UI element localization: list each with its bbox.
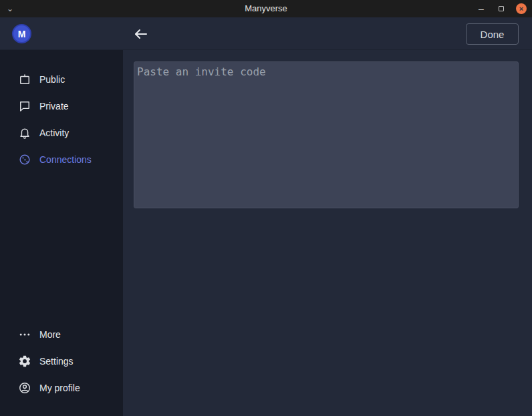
manyverse-logo: M — [12, 24, 31, 43]
profile-icon — [18, 381, 31, 395]
invite-code-input[interactable] — [134, 61, 519, 208]
back-button[interactable] — [133, 26, 149, 42]
close-button[interactable]: × — [516, 3, 527, 14]
logo-letter: M — [18, 29, 26, 39]
sidebar-item-settings[interactable]: Settings — [0, 348, 123, 375]
sidebar-item-my-profile[interactable]: My profile — [0, 375, 123, 401]
gear-icon — [18, 355, 31, 368]
sidebar-item-label: Settings — [39, 356, 74, 367]
app-header: M Done — [0, 17, 532, 50]
sidebar-item-label: Public — [39, 74, 65, 85]
done-button[interactable]: Done — [466, 23, 519, 45]
sidebar-item-label: Private — [39, 101, 69, 112]
back-arrow-icon — [133, 26, 149, 42]
sidebar-item-private[interactable]: Private — [0, 93, 123, 120]
app-body: Public Private Activity — [0, 50, 532, 416]
dots-icon — [18, 328, 31, 341]
sidebar-item-label: Activity — [39, 128, 69, 138]
sidebar-item-label: More — [39, 329, 61, 340]
minimize-button[interactable]: – — [476, 3, 487, 14]
titlebar: ⌄ Manyverse – × — [0, 0, 532, 17]
bulletin-board-icon — [18, 73, 31, 86]
manyverse-window: ⌄ Manyverse – × M Done — [0, 0, 532, 416]
sidebar-item-public[interactable]: Public — [0, 66, 123, 93]
sidebar-item-label: Connections — [39, 154, 92, 165]
maximize-icon — [499, 6, 504, 11]
sidebar-item-label: My profile — [39, 383, 80, 393]
window-title: Manyverse — [0, 0, 532, 17]
sidebar-item-connections[interactable]: Connections — [0, 146, 123, 173]
sidebar-item-activity[interactable]: Activity — [0, 120, 123, 146]
message-icon — [18, 99, 31, 113]
sidebar: Public Private Activity — [0, 50, 123, 416]
sidebar-item-more[interactable]: More — [0, 321, 123, 348]
main-content — [123, 50, 532, 416]
maximize-button[interactable] — [496, 3, 507, 14]
window-controls: – × — [476, 0, 527, 17]
connections-icon — [18, 153, 31, 166]
bell-icon — [18, 126, 31, 140]
